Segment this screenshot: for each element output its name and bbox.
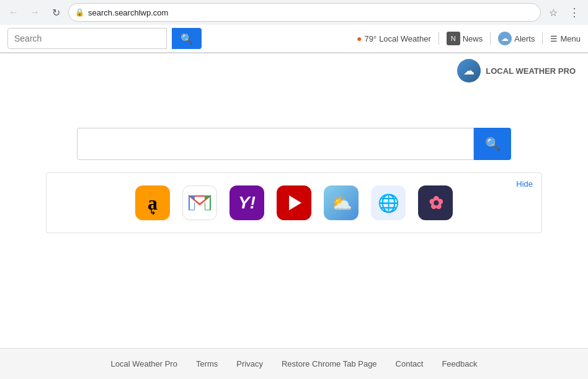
- nav-bar: ← → ↻ 🔒 ☆ ⋮: [0, 0, 588, 25]
- alerts-label: Alerts: [514, 34, 535, 43]
- news-label: News: [463, 34, 483, 43]
- quick-link-youtube[interactable]: [277, 185, 311, 220]
- main-content: 🔍 Hide a ↳: [0, 53, 588, 233]
- center-search-bar: 🔍: [77, 128, 511, 160]
- footer-privacy[interactable]: Privacy: [236, 359, 263, 368]
- main-search-button[interactable]: 🔍: [474, 128, 511, 160]
- divider-1: [439, 32, 439, 45]
- amazon-arrow-icon: ↳: [149, 208, 156, 216]
- lock-icon: 🔒: [75, 8, 84, 17]
- news-icon: N: [447, 32, 460, 45]
- divider-3: [542, 32, 543, 45]
- divider-2: [490, 32, 491, 45]
- weather-app-icon: ⛅: [324, 185, 359, 220]
- reload-button[interactable]: ↻: [47, 4, 65, 21]
- toolbar-search-button[interactable]: 🔍: [172, 28, 202, 49]
- gmail-icon: [182, 185, 217, 220]
- menu-label: Menu: [560, 34, 581, 43]
- quick-links-row: a ↳: [71, 185, 517, 220]
- weather-temp: 79°: [364, 34, 376, 43]
- quick-link-weather[interactable]: ⛅: [324, 185, 359, 220]
- quick-links-panel: Hide a ↳: [46, 172, 542, 233]
- url-input[interactable]: [88, 8, 534, 17]
- bookmark-button[interactable]: ☆: [545, 4, 562, 21]
- alerts-icon: ☁: [498, 32, 512, 45]
- menu-hamburger-icon: ☰: [550, 34, 558, 43]
- youtube-icon: [277, 185, 311, 220]
- quick-link-amazon[interactable]: a ↳: [135, 185, 170, 220]
- weather-label: Local Weather: [379, 34, 431, 43]
- alerts-widget[interactable]: ☁ Alerts: [498, 32, 535, 45]
- quick-link-web[interactable]: 🌐: [371, 185, 406, 220]
- menu-widget[interactable]: ☰ Menu: [550, 34, 581, 43]
- footer-restore-chrome[interactable]: Restore Chrome Tab Page: [282, 359, 377, 368]
- quick-link-flower[interactable]: ✿: [418, 185, 453, 220]
- forward-button[interactable]: →: [26, 4, 43, 21]
- quick-link-gmail[interactable]: [182, 185, 217, 220]
- search-icon: 🔍: [180, 33, 193, 44]
- youtube-play-triangle: [289, 195, 301, 210]
- toolbar: 🔍 ● 79° Local Weather N News ☁ Alerts ☰ …: [0, 25, 588, 53]
- footer-contact[interactable]: Contact: [396, 359, 424, 368]
- web-icon: 🌐: [371, 185, 406, 220]
- main-search-input[interactable]: [77, 128, 474, 160]
- footer-feedback[interactable]: Feedback: [442, 359, 477, 368]
- main-search-icon: 🔍: [485, 136, 501, 151]
- toolbar-search-input[interactable]: [7, 28, 167, 49]
- weather-dot-icon: ●: [357, 33, 362, 43]
- back-button[interactable]: ←: [5, 4, 22, 21]
- chrome-menu-button[interactable]: ⋮: [566, 4, 583, 21]
- quick-link-yahoo[interactable]: Y!: [229, 185, 264, 220]
- hide-link[interactable]: Hide: [516, 179, 533, 189]
- flower-icon: ✿: [418, 185, 453, 220]
- footer-local-weather-pro[interactable]: Local Weather Pro: [110, 359, 177, 368]
- footer: Local Weather Pro Terms Privacy Restore …: [0, 348, 588, 379]
- news-widget[interactable]: N News: [447, 32, 483, 45]
- yahoo-icon: Y!: [229, 185, 264, 220]
- footer-terms[interactable]: Terms: [196, 359, 218, 368]
- address-bar: 🔒: [68, 3, 541, 22]
- weather-widget[interactable]: ● 79° Local Weather: [357, 33, 431, 43]
